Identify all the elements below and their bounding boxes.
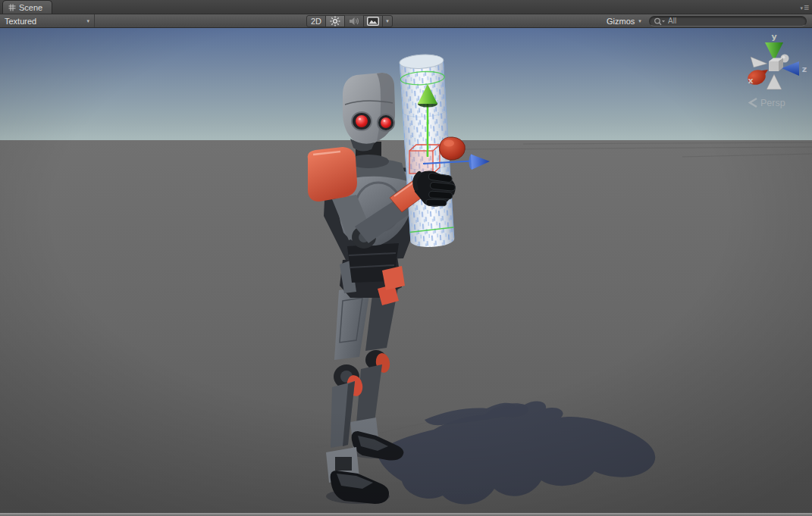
scene-view-window: Scene ▾ ≡ Textured ▾ 2D xyxy=(0,0,812,516)
gizmos-label: Gizmos xyxy=(607,17,635,26)
panel-dropdown-icon: ▾ xyxy=(800,5,803,12)
window-bottom-edge xyxy=(0,513,812,516)
2d-toggle-button[interactable]: 2D xyxy=(306,15,326,27)
effects-dropdown-button[interactable]: ▾ xyxy=(382,15,393,27)
view-options-group: 2D xyxy=(306,15,393,27)
dropdown-arrow-icon: ▾ xyxy=(638,18,641,24)
panel-menu-button[interactable]: ▾ ≡ xyxy=(800,4,808,11)
dropdown-arrow-icon: ▾ xyxy=(86,18,89,24)
search-input[interactable] xyxy=(649,16,807,27)
2d-toggle-label: 2D xyxy=(311,17,321,26)
viewport-vignette xyxy=(0,28,812,513)
effects-toggle-button[interactable] xyxy=(363,15,383,27)
speaker-icon xyxy=(349,17,359,26)
grid-icon xyxy=(8,4,16,11)
audio-toggle-button[interactable] xyxy=(344,15,364,27)
render-mode-label: Textured xyxy=(5,17,36,26)
tab-bar: Scene ▾ ≡ xyxy=(0,0,812,14)
gizmos-dropdown[interactable]: Gizmos ▾ xyxy=(601,15,647,27)
sun-icon xyxy=(330,16,340,27)
image-icon xyxy=(367,17,379,26)
scene-search xyxy=(649,16,807,27)
scene-toolbar: Textured ▾ 2D xyxy=(0,14,812,28)
panel-hamburger-icon: ≡ xyxy=(804,4,808,11)
tab-scene-label: Scene xyxy=(19,3,42,12)
tab-scene[interactable]: Scene xyxy=(2,0,52,14)
lighting-toggle-button[interactable] xyxy=(325,15,345,27)
search-icon[interactable] xyxy=(654,17,666,26)
render-mode-dropdown[interactable]: Textured ▾ xyxy=(0,14,95,27)
dropdown-arrow-icon: ▾ xyxy=(386,18,389,24)
scene-viewport[interactable]: y z x Persp xyxy=(0,28,812,513)
